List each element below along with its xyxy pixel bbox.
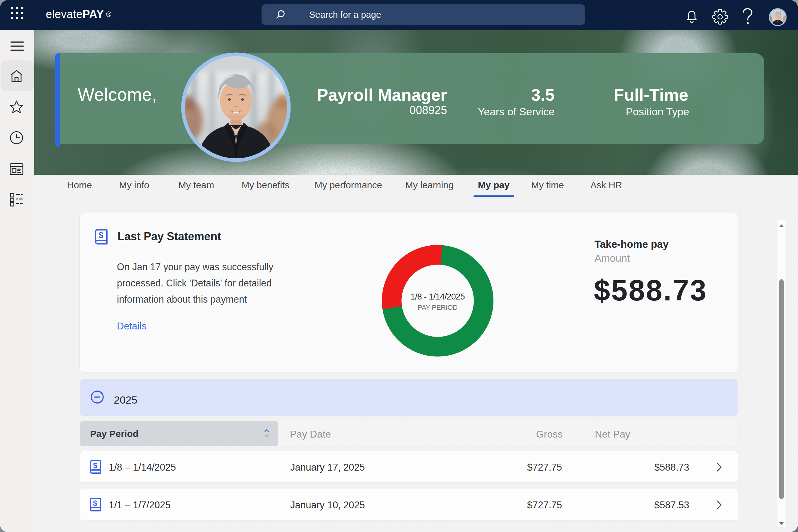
svg-text:$: $	[99, 231, 103, 240]
svg-text:$: $	[93, 499, 98, 507]
svg-text:$: $	[93, 461, 98, 470]
